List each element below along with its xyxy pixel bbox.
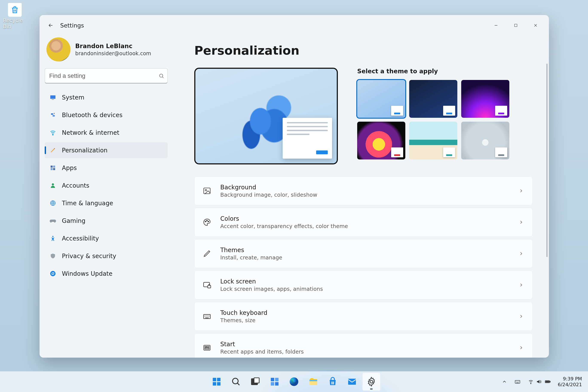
chevron-up-icon [502,379,507,384]
search-icon [231,376,241,387]
theme-thumb-accent [391,148,403,157]
store-icon [328,376,338,387]
desktop-icon-label: Recycle Bin [3,18,27,30]
taskbar-file-explorer[interactable] [304,373,322,391]
svg-rect-25 [204,345,210,350]
svg-rect-43 [332,382,332,383]
taskbar-mail[interactable] [343,373,361,391]
svg-point-50 [530,383,531,384]
chevron-right-icon [518,220,524,225]
sidebar-item-label: Accounts [62,182,90,189]
card-subtitle: Background image, color, slideshow [220,192,317,198]
accounts-icon [49,182,57,189]
card-title: Start [220,341,304,348]
tray-overflow-button[interactable] [499,374,510,390]
settings-card-background[interactable]: BackgroundBackground image, color, slide… [194,176,532,205]
tray-clock[interactable]: 9:39 PM 6/24/2021 [555,376,584,388]
sidebar-item-label: System [62,94,84,101]
sidebar-item-privacy-security[interactable]: Privacy & security [45,248,168,264]
theme-grid [357,80,538,160]
taskbar-edge[interactable] [285,373,303,391]
theme-thumb-accent [495,106,507,116]
scrollbar[interactable] [546,64,548,257]
search-input[interactable] [45,68,168,84]
theme-thumb-0[interactable] [357,80,405,118]
taskbar-store[interactable] [324,373,342,391]
svg-rect-36 [271,378,274,381]
start-button[interactable] [208,373,226,391]
preview-mock-window [282,118,332,158]
settings-card-lock-screen[interactable]: Lock screenLock screen images, apps, ani… [194,270,532,299]
desktop-icon-recycle-bin[interactable]: Recycle Bin [3,3,27,30]
svg-rect-30 [217,378,220,381]
sidebar-item-time-language[interactable]: Time & language [45,195,168,211]
back-button[interactable] [45,19,57,32]
taskbar-search[interactable] [227,373,245,391]
maximize-button[interactable] [506,19,526,32]
settings-card-start[interactable]: StartRecent apps and items, folders [194,333,532,358]
sidebar-item-apps[interactable]: Apps [45,160,168,176]
settings-card-themes[interactable]: ThemesInstall, create, manage [194,239,532,268]
svg-point-48 [370,380,373,383]
theme-thumb-2[interactable] [461,80,509,118]
svg-rect-35 [254,378,259,383]
system-tray: 9:39 PM 6/24/2021 [499,374,588,390]
taskbar-center [208,373,380,391]
svg-rect-52 [550,381,550,382]
battery-icon [544,378,551,385]
sidebar-item-label: Bluetooth & devices [62,112,122,119]
sidebar-item-label: Accessibility [62,235,99,242]
sidebar-item-bluetooth[interactable]: Bluetooth & devices [45,107,168,123]
sidebar-item-accounts[interactable]: Accounts [45,178,168,194]
taskbar: 9:39 PM 6/24/2021 [0,371,588,392]
svg-rect-45 [332,383,332,384]
sidebar-item-network[interactable]: Network & internet [45,125,168,140]
profile-name: Brandon LeBlanc [75,42,151,50]
app-title: Settings [60,22,84,29]
theme-thumb-3[interactable] [357,122,405,160]
profile-card[interactable]: Brandon LeBlanc brandoninsider@outlook.c… [45,36,168,66]
widgets-icon [270,376,280,387]
svg-rect-39 [275,382,278,386]
sidebar-item-windows-update[interactable]: Windows Update [45,266,168,282]
theme-thumb-accent [391,106,403,116]
settings-card-colors[interactable]: ColorsAccent color, transparency effects… [194,208,532,236]
close-button[interactable] [526,19,546,32]
tray-quick-settings[interactable] [525,374,554,390]
svg-rect-6 [53,115,55,117]
settings-card-touch-keyboard[interactable]: Touch keyboardThemes, size [194,302,532,331]
gaming-icon [49,217,57,224]
wifi-icon [528,379,534,384]
sidebar-item-accessibility[interactable]: Accessibility [45,230,168,246]
card-title: Lock screen [220,278,323,285]
sidebar-item-personalization[interactable]: Personalization [45,142,168,158]
apps-icon [49,164,57,172]
theme-thumb-4[interactable] [409,122,457,160]
page-title: Personalization [194,44,538,58]
back-arrow-icon [48,22,54,28]
sidebar-item-gaming[interactable]: Gaming [45,213,168,229]
svg-rect-37 [275,378,278,381]
svg-rect-29 [213,378,216,381]
windows-update-icon [49,270,57,278]
sidebar-item-system[interactable]: System [45,90,168,105]
tray-input-indicator[interactable] [511,374,524,390]
chevron-right-icon [518,282,524,288]
svg-rect-53 [546,381,549,382]
taskbar-settings[interactable] [362,373,380,391]
gear-icon [366,376,376,387]
card-subtitle: Themes, size [220,317,267,324]
profile-email: brandoninsider@outlook.com [75,50,151,56]
card-title: Touch keyboard [220,309,267,316]
privacy-icon [49,252,57,260]
svg-rect-42 [310,380,317,381]
sidebar-item-label: Gaming [62,217,85,224]
theme-thumb-5[interactable] [461,122,509,160]
lock-screen-icon [202,280,212,290]
minimize-button[interactable] [486,19,506,32]
svg-rect-5 [51,114,53,115]
taskbar-widgets[interactable] [266,373,284,391]
theme-thumb-1[interactable] [409,80,457,118]
card-subtitle: Lock screen images, apps, animations [220,286,323,292]
taskbar-task-view[interactable] [246,373,264,391]
